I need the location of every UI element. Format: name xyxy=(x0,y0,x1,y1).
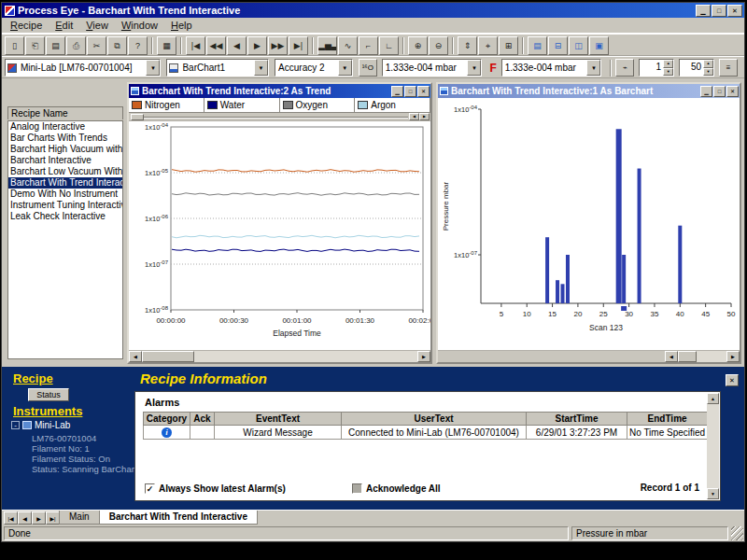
play-button[interactable]: ▶ xyxy=(247,36,267,55)
filament-range-combo[interactable]: 1.333e-004 mbar ▼ xyxy=(501,59,602,77)
tab-first-icon[interactable]: |◀ xyxy=(4,511,18,525)
maximize-button[interactable]: □ xyxy=(713,86,726,97)
checkbox-icon[interactable] xyxy=(352,483,362,494)
scroll-left-icon[interactable]: ◀ xyxy=(129,351,142,362)
title-bar[interactable]: Process Eye - Barchart With Trend Intera… xyxy=(2,3,744,18)
maximize-button[interactable]: □ xyxy=(404,86,416,97)
alarm-column-header[interactable]: EndTime xyxy=(627,413,708,426)
recipe-item[interactable]: Bar Charts With Trends xyxy=(8,133,122,144)
scrollbar-track[interactable] xyxy=(142,351,417,362)
alarm-row[interactable]: iWizard MessageConnected to Mini-Lab (LM… xyxy=(144,426,708,440)
menu-view[interactable]: View xyxy=(79,19,115,32)
print-button[interactable]: ⎙ xyxy=(66,36,86,55)
dropdown-arrow-icon[interactable]: ▼ xyxy=(254,60,268,76)
tab-prev-icon[interactable]: ◀ xyxy=(18,511,32,525)
minimize-button[interactable]: ▁ xyxy=(696,5,711,17)
first-mass-spinner[interactable]: 1 ▲ ▼ xyxy=(639,59,674,77)
spin-down-icon[interactable]: ▼ xyxy=(663,68,673,77)
close-button[interactable]: ✕ xyxy=(726,86,739,97)
menu-recipe[interactable]: Recipe xyxy=(4,19,49,32)
menu-help[interactable]: Help xyxy=(164,19,199,32)
trend-window-titlebar[interactable]: Barchart With Trend Interactive:2 As Tre… xyxy=(129,84,430,98)
close-button[interactable]: ✕ xyxy=(417,86,430,97)
scroll-right-icon[interactable]: ▶ xyxy=(726,351,740,362)
legend-item[interactable]: Argon xyxy=(355,98,430,112)
time-range-slider[interactable]: ◀ ▶ xyxy=(129,113,430,121)
alarm-column-header[interactable]: UserText xyxy=(342,413,527,426)
log-scale-button[interactable]: ⌐ xyxy=(359,36,378,55)
scrollbar-track[interactable] xyxy=(678,351,726,362)
chart-view-combo[interactable]: BarChart1 ▼ xyxy=(166,59,269,77)
recipe-item[interactable]: Barchart Low Vacuum With ... xyxy=(8,166,122,177)
last-mass-spinner[interactable]: 50 ▲ ▼ xyxy=(679,59,714,77)
close-button[interactable]: ✕ xyxy=(727,5,742,17)
close-panel-button[interactable]: ✕ xyxy=(726,374,739,386)
vertical-scrollbar[interactable]: ▲ ▼ xyxy=(707,393,719,499)
barchart-horizontal-scrollbar[interactable]: ◀ ▶ xyxy=(438,350,740,362)
minimize-button[interactable]: ▁ xyxy=(700,86,712,97)
tile-vertical-button[interactable]: ◫ xyxy=(569,36,588,55)
scroll-down-icon[interactable]: ▼ xyxy=(707,488,719,499)
scrollbar-thumb[interactable] xyxy=(142,351,194,362)
tree-collapse-icon[interactable]: - xyxy=(11,421,20,429)
recipe-item[interactable]: Barchart High Vacuum with ... xyxy=(8,144,122,155)
bar-view-button[interactable]: ▂▅▃ xyxy=(317,36,337,55)
trend-horizontal-scrollbar[interactable]: ◀ ▶ xyxy=(129,350,430,362)
dropdown-arrow-icon[interactable]: ▼ xyxy=(467,60,481,76)
menu-edit[interactable]: Edit xyxy=(49,19,79,32)
range-combo[interactable]: 1.333e-004 mbar ▼ xyxy=(382,59,483,77)
arrange-windows-button[interactable]: ▣ xyxy=(589,36,609,55)
scroll-up-icon[interactable]: ▲ xyxy=(707,393,719,404)
filament-button[interactable]: ⌁ xyxy=(615,59,634,77)
spin-up-icon[interactable]: ▲ xyxy=(703,60,713,68)
barchart-window-titlebar[interactable]: Barchart With Trend Interactive:1 As Bar… xyxy=(438,84,740,98)
data-grid-button[interactable]: ▦ xyxy=(157,36,176,55)
trend-view-button[interactable]: ∿ xyxy=(338,36,358,55)
previous-scan-button[interactable]: ◀ xyxy=(227,36,247,55)
tab-main[interactable]: Main xyxy=(59,511,100,525)
tab-next-icon[interactable]: ▶ xyxy=(32,511,46,525)
recipe-item[interactable]: Demo With No Instrument xyxy=(8,189,122,200)
alarm-column-header[interactable]: StartTime xyxy=(527,413,627,426)
always-show-alarms-checkbox[interactable]: ✓Always Show latest Alarm(s) xyxy=(145,483,286,494)
legend-item[interactable]: Water xyxy=(204,98,280,112)
dropdown-arrow-icon[interactable]: ▼ xyxy=(338,60,352,76)
copy-button[interactable]: ⧉ xyxy=(107,36,127,55)
alarm-column-header[interactable]: Category xyxy=(144,413,190,426)
grid-toggle-button[interactable]: ⊞ xyxy=(499,36,518,55)
help-button[interactable]: ? xyxy=(128,36,148,55)
dropdown-arrow-icon[interactable]: ▼ xyxy=(586,60,600,76)
recipe-item[interactable]: Analog Interactive xyxy=(8,121,122,133)
checkbox-icon[interactable]: ✓ xyxy=(145,483,155,494)
new-recipe-button[interactable]: ▯ xyxy=(5,36,24,55)
slider-left-icon[interactable]: ◀ xyxy=(409,113,419,120)
recipe-item[interactable]: Barchart With Trend Interact... xyxy=(8,177,122,189)
menu-window[interactable]: Window xyxy=(115,19,164,32)
acknowledge-all-checkbox[interactable]: Acknowledge All xyxy=(352,483,441,494)
spin-up-icon[interactable]: ▲ xyxy=(663,60,673,68)
zoom-out-button[interactable]: ⊖ xyxy=(429,36,448,55)
alarm-column-header[interactable]: EventText xyxy=(215,413,342,426)
last-scan-button[interactable]: ▶| xyxy=(289,36,308,55)
recipe-item[interactable]: Instrument Tuning Interactive xyxy=(8,200,122,211)
tab-last-icon[interactable]: ▶| xyxy=(46,511,60,525)
peak-select-button[interactable]: ¹⁶O xyxy=(359,59,377,77)
maximize-button[interactable]: □ xyxy=(712,5,726,17)
legend-item[interactable]: Nitrogen xyxy=(129,98,204,112)
open-recipe-button[interactable]: ⎗ xyxy=(25,36,45,55)
instrument-tree-root[interactable]: - Mini-Lab xyxy=(11,420,70,430)
scroll-right-icon[interactable]: ▶ xyxy=(417,351,430,362)
find-peak-button[interactable]: ⌖ xyxy=(478,36,498,55)
recipe-link[interactable]: Recipe xyxy=(13,371,53,385)
first-scan-button[interactable]: |◀ xyxy=(186,36,205,55)
instruments-link[interactable]: Instruments xyxy=(13,404,82,418)
scroll-left-icon[interactable]: ◀ xyxy=(665,351,678,362)
autoscale-button[interactable]: ⇕ xyxy=(458,36,477,55)
linear-scale-button[interactable]: ∟ xyxy=(379,36,399,55)
cascade-windows-button[interactable]: ▤ xyxy=(528,36,547,55)
instrument-combo[interactable]: Mini-Lab [LM76-00701004] ▼ xyxy=(5,59,161,77)
recipe-item[interactable]: Leak Check Interactive xyxy=(8,211,122,222)
rewind-button[interactable]: ◀◀ xyxy=(206,36,226,55)
fast-forward-button[interactable]: ▶▶ xyxy=(268,36,288,55)
slider-thumb[interactable] xyxy=(131,114,144,120)
